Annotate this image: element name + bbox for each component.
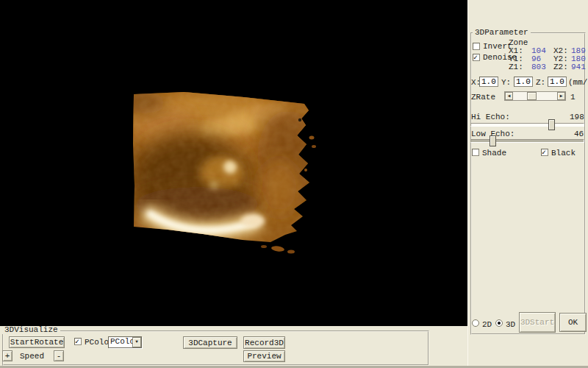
z-scale-field[interactable] <box>548 77 567 87</box>
zrate-left-arrow-icon[interactable]: ◀ <box>505 92 513 100</box>
3dstart-button[interactable]: 3DStart <box>519 312 556 333</box>
zrate-right-arrow-icon[interactable]: ▶ <box>557 92 565 100</box>
2d-radio-label: 2D <box>482 321 492 329</box>
y-scale-label: Y: <box>501 79 511 87</box>
chevron-down-icon[interactable]: ▼ <box>132 337 141 347</box>
invert-checkbox[interactable] <box>473 43 480 50</box>
zone-z2-value: 941 <box>571 63 586 71</box>
hi-echo-label: Hi Echo: <box>471 113 510 121</box>
pcolor-dropdown[interactable]: PColor ▼ <box>108 336 142 348</box>
zone-z1-label: Z1: <box>509 63 523 71</box>
visualize-panel: 3DVisualize StartRotate + Speed - PColor… <box>0 326 467 368</box>
invert-label: Invert <box>483 43 512 51</box>
low-echo-value: 46 <box>574 130 584 138</box>
parameter-group-title: 3DParameter <box>473 29 531 37</box>
scale-unit-label: (mm/p) <box>568 79 588 87</box>
zone-z1-value: 803 <box>531 63 546 71</box>
parameter-panel: 3DParameter Invert Denoise Zone X1: 104 … <box>467 0 588 368</box>
ok-button[interactable]: OK <box>559 313 587 332</box>
3dcapture-button[interactable]: 3DCapture <box>183 336 237 349</box>
zone-z2-label: Z2: <box>553 63 568 71</box>
3d-radio-label: 3D <box>506 321 515 329</box>
low-echo-thumb[interactable] <box>490 135 496 146</box>
zrate-scrollbar[interactable]: ◀ ▶ <box>504 91 566 101</box>
hi-echo-thumb[interactable] <box>548 119 555 130</box>
zrate-track[interactable] <box>513 92 557 100</box>
black-label: Black <box>551 149 576 158</box>
black-checkbox[interactable] <box>541 149 548 156</box>
y-scale-field[interactable] <box>514 77 533 87</box>
pcolor-checkbox[interactable] <box>74 338 82 345</box>
hi-echo-value: 198 <box>570 113 584 121</box>
zrate-label: ZRate <box>471 93 495 102</box>
ultrasound-render <box>0 0 467 326</box>
preview-button[interactable]: Preview <box>243 350 285 362</box>
shade-label: Shade <box>482 149 506 158</box>
speed-minus-button[interactable]: - <box>54 350 64 361</box>
speed-plus-button[interactable]: + <box>2 350 12 361</box>
shade-checkbox[interactable] <box>472 149 479 156</box>
render-viewport <box>0 0 467 326</box>
x-scale-field[interactable] <box>479 77 498 87</box>
denoise-checkbox[interactable] <box>473 54 480 61</box>
speed-label: Speed <box>20 353 44 361</box>
record3d-button[interactable]: Record3D <box>243 336 285 349</box>
start-rotate-button[interactable]: StartRotate <box>9 336 65 348</box>
zrate-thumb[interactable] <box>527 92 537 100</box>
hi-echo-slider[interactable] <box>470 123 584 127</box>
low-echo-slider[interactable] <box>470 139 584 143</box>
zrate-value: 1 <box>570 93 576 102</box>
3d-radio[interactable] <box>495 319 503 327</box>
2d-radio[interactable] <box>472 319 479 327</box>
visualize-group-title: 3DVisualize <box>2 326 60 334</box>
z-scale-label: Z: <box>536 79 545 87</box>
